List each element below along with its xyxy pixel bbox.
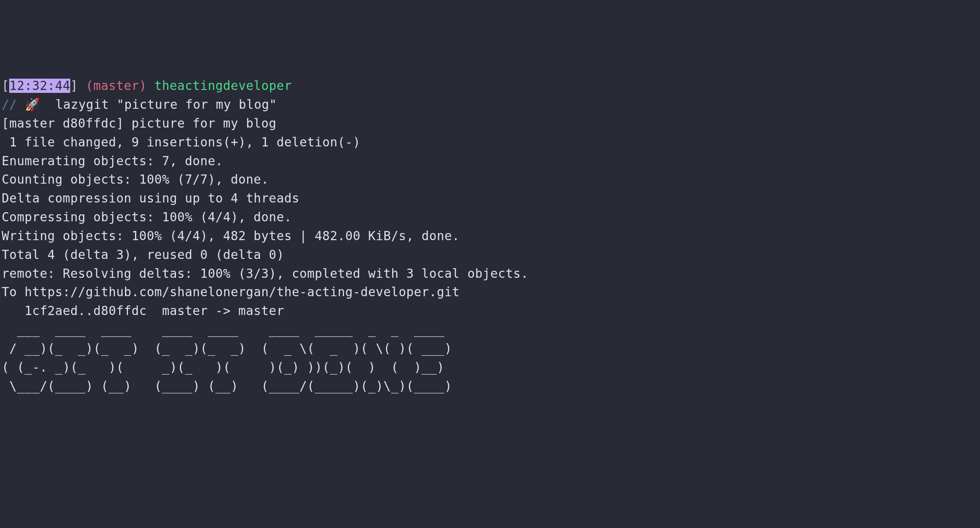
repo-name: theactingdeveloper [154, 79, 292, 93]
ascii-art-line: ( (_-. _)(_ )( _)(_ )( )(_) ))(_)( ) ( )… [2, 358, 980, 377]
output-line: 1cf2aed..d80ffdc master -> master [2, 302, 980, 320]
output-line: 1 file changed, 9 insertions(+), 1 delet… [2, 133, 980, 152]
ascii-art-line: ___ ____ ____ ____ ____ ____ _____ _ _ _… [2, 320, 980, 339]
bracket-open: [ [2, 79, 9, 93]
comment-prefix: // [2, 97, 25, 112]
branch-open-paren: ( [86, 79, 93, 93]
output-line: [master d80ffdc] picture for my blog [2, 114, 980, 133]
output-line: To https://github.com/shanelonergan/the-… [2, 283, 980, 302]
output-line: Writing objects: 100% (4/4), 482 bytes |… [2, 227, 980, 246]
ascii-art-line: / __)(_ _)(_ _) (_ _)(_ _) ( _ \( _ )( \… [2, 339, 980, 358]
output-line: Counting objects: 100% (7/7), done. [2, 170, 980, 189]
output-line: Compressing objects: 100% (4/4), done. [2, 208, 980, 227]
terminal-window[interactable]: [12:32:44] (master) theactingdeveloper//… [0, 75, 980, 528]
timestamp: 12:32:44 [9, 79, 70, 93]
output-line: Total 4 (delta 3), reused 0 (delta 0) [2, 246, 980, 264]
output-line: Enumerating objects: 7, done. [2, 152, 980, 171]
bracket-close: ] [70, 79, 78, 93]
rocket-icon: 🚀 [25, 95, 41, 114]
output-line: Delta compression using up to 4 threads [2, 189, 980, 208]
prompt-line: [12:32:44] (master) theactingdeveloper [2, 77, 980, 95]
command-text: lazygit "picture for my blog" [56, 97, 277, 112]
command-line: // 🚀 lazygit "picture for my blog" [2, 95, 980, 114]
branch-name: master [93, 79, 139, 93]
ascii-art-line: \___/(____) (__) (____) (__) (____/(____… [2, 377, 980, 396]
branch-close-paren: ) [139, 79, 147, 93]
output-line: remote: Resolving deltas: 100% (3/3), co… [2, 264, 980, 283]
